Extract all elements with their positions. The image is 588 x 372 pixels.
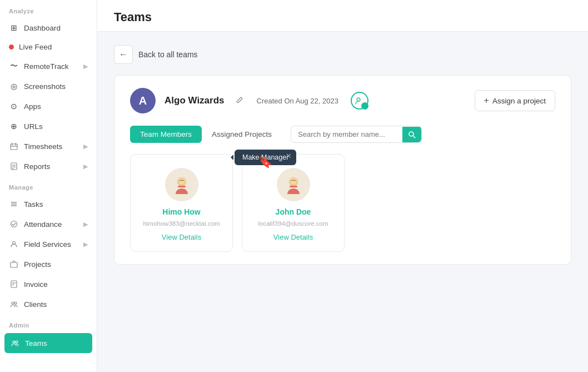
clients-icon — [9, 299, 19, 309]
view-details-link[interactable]: View Details — [273, 233, 313, 241]
sidebar-item-label: Invoice — [24, 280, 48, 289]
team-info-bar: A Algo Wizards Created On Aug 22, 2023 +… — [130, 88, 555, 113]
add-member-button[interactable]: + — [351, 92, 368, 110]
member-card: John Doe localif394@duscore.com View Det… — [242, 154, 345, 252]
view-details-link[interactable]: View Details — [162, 233, 201, 241]
bookmark-icon: 🔖 — [258, 155, 272, 168]
member-avatar — [165, 168, 198, 201]
sidebar-item-invoice[interactable]: Invoice — [0, 274, 97, 294]
svg-rect-0 — [11, 144, 17, 150]
page-header: Teams — [97, 0, 588, 32]
sidebar-item-dashboard[interactable]: ⊞ Dashboard — [0, 18, 97, 38]
svg-point-11 — [11, 221, 17, 227]
member-email: localif394@duscore.com — [258, 220, 328, 227]
tab-assigned-projects[interactable]: Assigned Projects — [202, 126, 282, 143]
sidebar-item-screenshots[interactable]: ◎ Screenshots — [0, 76, 97, 96]
live-dot-icon — [9, 44, 14, 49]
sidebar-item-label: Reports — [24, 162, 50, 171]
reports-icon — [9, 161, 19, 171]
svg-point-18 — [14, 302, 17, 304]
dashboard-icon: ⊞ — [9, 23, 19, 33]
page-title: Teams — [114, 10, 571, 24]
svg-rect-29 — [290, 186, 297, 187]
analyze-section-label: Analyze — [0, 0, 97, 18]
member-email: himohow383@necktai.com — [143, 220, 220, 227]
sidebar-item-label: Attendance — [24, 220, 62, 229]
sidebar-item-label: Tasks — [24, 200, 43, 209]
sidebar-item-label: Apps — [24, 102, 41, 111]
sidebar-item-label: Field Services — [24, 240, 71, 249]
tab-team-members[interactable]: Team Members — [130, 126, 202, 143]
svg-rect-26 — [178, 186, 186, 187]
svg-point-25 — [178, 178, 185, 185]
sidebar-item-label: Timesheets — [24, 142, 62, 151]
plus-badge-icon: + — [361, 102, 368, 110]
sidebar-item-label: Projects — [24, 260, 51, 269]
sidebar-item-attendance[interactable]: Attendance ▶ — [0, 214, 97, 234]
assign-project-button[interactable]: + Assign a project — [475, 90, 555, 111]
screenshots-icon: ◎ — [9, 81, 19, 91]
member-search-box — [291, 126, 422, 143]
chevron-down-icon: ▶ — [83, 63, 88, 70]
manage-section-label: Manage — [0, 176, 97, 194]
close-tooltip-button[interactable]: ✕ — [286, 152, 292, 160]
chevron-right-icon: ▶ — [83, 241, 88, 248]
sidebar-item-timesheets[interactable]: Timesheets ▶ — [0, 136, 97, 156]
projects-icon — [9, 259, 19, 269]
sidebar-item-reports[interactable]: Reports ▶ — [0, 156, 97, 176]
sidebar-item-field-services[interactable]: Field Services ▶ — [0, 234, 97, 254]
sidebar-item-label: URLs — [24, 122, 43, 131]
sidebar-item-remote-track[interactable]: 〜 RemoteTrack ▶ — [0, 56, 97, 76]
svg-point-28 — [290, 178, 297, 185]
invoice-icon — [9, 279, 19, 289]
chevron-right-icon: ▶ — [83, 163, 88, 170]
timesheets-icon — [9, 141, 19, 151]
back-button[interactable]: ← — [114, 45, 133, 64]
sidebar-item-teams[interactable]: Teams — [4, 333, 92, 353]
admin-section-label: Admin — [0, 314, 97, 332]
tabs-row: Team Members Assigned Projects — [130, 126, 555, 143]
back-link[interactable]: ← Back to all teams — [114, 45, 571, 64]
sidebar-item-label: Live Feed — [19, 43, 52, 51]
sidebar-item-apps[interactable]: ⊙ Apps — [0, 96, 97, 116]
attendance-icon — [9, 219, 19, 229]
sidebar: Analyze ⊞ Dashboard Live Feed 〜 RemoteTr… — [0, 0, 97, 372]
main-content: Teams ← Back to all teams A Algo Wizards… — [97, 0, 588, 372]
teams-icon — [10, 338, 20, 348]
chevron-right-icon: ▶ — [83, 221, 88, 228]
members-grid: Himo How himohow383@necktai.com View Det… — [130, 154, 555, 252]
svg-line-23 — [413, 136, 415, 138]
search-button[interactable] — [402, 127, 421, 142]
sidebar-item-label: Clients — [24, 300, 47, 309]
svg-rect-13 — [11, 262, 17, 267]
created-on-text: Created On Aug 22, 2023 — [257, 97, 338, 105]
remote-track-icon: 〜 — [9, 61, 19, 71]
apps-icon: ⊙ — [9, 101, 19, 111]
urls-icon: ⊕ — [9, 121, 19, 131]
sidebar-item-tasks[interactable]: Tasks — [0, 194, 97, 214]
plus-icon: + — [484, 96, 489, 106]
team-card: A Algo Wizards Created On Aug 22, 2023 +… — [114, 75, 571, 265]
search-input[interactable] — [291, 126, 402, 142]
member-card: Himo How himohow383@necktai.com View Det… — [130, 154, 233, 252]
main-body: ← Back to all teams A Algo Wizards Creat… — [97, 32, 588, 372]
sidebar-item-label: RemoteTrack — [24, 62, 69, 71]
sidebar-item-live-feed[interactable]: Live Feed — [0, 38, 97, 56]
tasks-icon — [9, 199, 19, 209]
member-name: John Doe — [276, 207, 311, 216]
make-manager-tooltip: ✕ 🔖 Make Manager — [235, 150, 296, 165]
sidebar-item-label: Teams — [25, 339, 47, 348]
edit-icon[interactable] — [236, 96, 243, 106]
svg-point-17 — [12, 302, 14, 304]
assign-project-label: Assign a project — [492, 97, 546, 105]
sidebar-item-projects[interactable]: Projects — [0, 254, 97, 274]
team-avatar: A — [130, 88, 156, 113]
sidebar-item-clients[interactable]: Clients — [0, 294, 97, 314]
back-link-text: Back to all teams — [138, 50, 198, 59]
sidebar-item-urls[interactable]: ⊕ URLs — [0, 116, 97, 136]
svg-point-20 — [16, 341, 18, 343]
svg-rect-14 — [11, 281, 17, 287]
member-avatar — [277, 168, 310, 201]
sidebar-item-label: Dashboard — [24, 24, 61, 32]
svg-point-21 — [357, 98, 360, 101]
